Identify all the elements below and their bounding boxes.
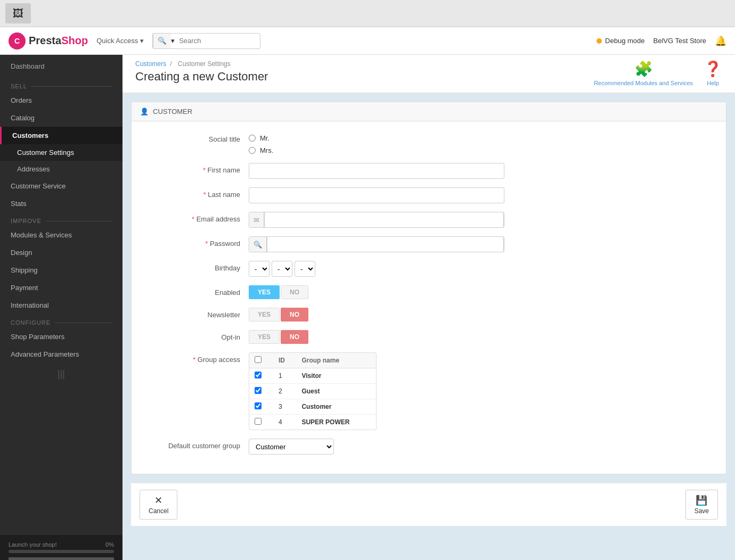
email-input-wrapper: ✉ — [249, 212, 504, 228]
help-button[interactable]: ❓ Help — [704, 60, 722, 86]
last-name-row: Last name — [153, 187, 705, 203]
header-actions: 🧩 Recommended Modules and Services ❓ Hel… — [594, 60, 722, 86]
cancel-x-icon: ✕ — [154, 495, 162, 506]
search-bar: 🔍 ▾ — [152, 33, 260, 49]
sidebar-item-catalog[interactable]: Catalog — [0, 109, 123, 127]
newsletter-yes-button[interactable]: YES — [249, 308, 280, 322]
optin-yes-button[interactable]: YES — [249, 330, 280, 344]
main-layout: Dashboard SELL Orders Catalog Customers … — [0, 55, 735, 560]
group-2-name: Guest — [296, 384, 376, 399]
email-input[interactable] — [264, 212, 504, 228]
app-icon: 🖼 — [5, 3, 31, 23]
first-name-control — [249, 163, 504, 179]
group-1-checkbox[interactable] — [255, 372, 262, 378]
sidebar-item-orders[interactable]: Orders — [0, 92, 123, 109]
quick-access-label: Quick Access — [96, 37, 138, 45]
cancel-button[interactable]: ✕ Cancel — [140, 490, 177, 520]
birthday-label: Birthday — [153, 261, 249, 272]
last-name-label: Last name — [153, 187, 249, 199]
group-access-table: ID Group name 1 Visitor — [249, 352, 377, 430]
enabled-no-button[interactable]: NO — [281, 285, 308, 299]
mr-option[interactable]: Mr. — [249, 134, 504, 142]
birthday-row: Birthday - - - — [153, 261, 705, 277]
table-row: 4 SUPER POWER — [249, 415, 376, 430]
first-name-row: First name — [153, 163, 705, 179]
mr-label: Mr. — [260, 134, 270, 142]
sidebar-subitem-addresses[interactable]: Addresses — [0, 161, 123, 177]
sidebar-item-dashboard[interactable]: Dashboard — [0, 55, 123, 78]
sidebar-item-stats[interactable]: Stats — [0, 195, 123, 212]
group-4-checkbox[interactable] — [255, 418, 262, 425]
default-group-row: Default customer group Customer Visitor … — [153, 439, 705, 455]
newsletter-no-button[interactable]: NO — [281, 308, 308, 322]
sidebar-item-customers[interactable]: Customers — [0, 127, 123, 144]
enabled-yes-button[interactable]: YES — [249, 285, 280, 299]
social-title-label: Social title — [153, 132, 249, 143]
person-icon: 👤 — [140, 108, 149, 116]
sidebar-bottom: Launch your shop! 0% RESUME Stop the OnB… — [0, 535, 123, 560]
group-2-checkbox[interactable] — [255, 387, 262, 394]
mrs-option[interactable]: Mrs. — [249, 146, 504, 154]
sidebar-bars-icon: ||| — [0, 363, 123, 385]
sidebar-section-configure: CONFIGURE — [0, 314, 123, 328]
default-group-control: Customer Visitor Guest SUPER POWER — [249, 439, 504, 455]
recommended-modules-button[interactable]: 🧩 Recommended Modules and Services — [594, 60, 693, 86]
group-1-name: Visitor — [296, 368, 376, 384]
birthday-day-select[interactable]: - — [249, 261, 270, 277]
mrs-radio[interactable] — [249, 147, 256, 154]
last-name-input[interactable] — [249, 187, 504, 203]
sidebar-item-payment[interactable]: Payment — [0, 279, 123, 297]
sidebar-item-international[interactable]: International — [0, 297, 123, 314]
table-row: 2 Guest — [249, 384, 376, 399]
notifications-bell-icon[interactable]: 🔔 — [715, 35, 726, 47]
optin-toggle-group: YES NO — [249, 330, 504, 344]
password-input-wrapper: 🔍 — [249, 236, 504, 252]
group-checkbox-header — [249, 353, 273, 368]
resume-button[interactable]: RESUME — [9, 557, 114, 560]
optin-no-button[interactable]: NO — [281, 330, 308, 344]
sidebar-section-improve: IMPROVE — [0, 212, 123, 226]
sidebar-item-shipping[interactable]: Shipping — [0, 261, 123, 279]
default-group-select[interactable]: Customer Visitor Guest SUPER POWER — [249, 439, 334, 455]
cancel-label: Cancel — [149, 507, 168, 515]
mr-radio[interactable] — [249, 135, 256, 142]
password-row: Password 🔍 — [153, 236, 705, 252]
first-name-input[interactable] — [249, 163, 504, 179]
sidebar: Dashboard SELL Orders Catalog Customers … — [0, 55, 123, 560]
logo-shop: Shop — [61, 35, 88, 46]
breadcrumb-separator: / — [170, 60, 172, 68]
enabled-control: YES NO — [249, 285, 504, 299]
search-input[interactable] — [175, 37, 260, 45]
search-icon-button[interactable]: 🔍 — [153, 33, 171, 49]
last-name-control — [249, 187, 504, 203]
launch-progress-label: Launch your shop! 0% — [9, 541, 114, 548]
birthday-year-select[interactable]: - — [295, 261, 315, 277]
sidebar-item-customer-service[interactable]: Customer Service — [0, 177, 123, 195]
group-3-id: 3 — [273, 399, 297, 415]
password-input[interactable] — [267, 236, 504, 252]
save-button[interactable]: 💾 Save — [685, 490, 718, 520]
optin-row: Opt-in YES NO — [153, 330, 705, 344]
social-title-radio-group: Mr. Mrs. — [249, 132, 504, 154]
launch-label: Launch your shop! — [9, 541, 57, 548]
logo-icon: C — [9, 32, 26, 50]
group-3-checkbox[interactable] — [255, 402, 262, 409]
group-access-row: Group access ID Group name — [153, 352, 705, 430]
sidebar-item-shop-parameters[interactable]: Shop Parameters — [0, 328, 123, 345]
birthday-month-select[interactable]: - — [272, 261, 292, 277]
group-select-all-checkbox[interactable] — [255, 356, 262, 363]
table-row: 1 Visitor — [249, 368, 376, 384]
birthday-control: - - - — [249, 261, 504, 277]
optin-label: Opt-in — [153, 330, 249, 341]
breadcrumb-customers-link[interactable]: Customers — [135, 60, 166, 68]
sidebar-item-advanced-parameters[interactable]: Advanced Parameters — [0, 345, 123, 363]
newsletter-row: Newsletter YES NO — [153, 308, 705, 322]
sidebar-section-sell: SELL — [0, 78, 123, 92]
section-title: CUSTOMER — [153, 108, 192, 116]
sidebar-item-design[interactable]: Design — [0, 244, 123, 261]
group-2-id: 2 — [273, 384, 297, 399]
quick-access-button[interactable]: Quick Access ▾ — [96, 37, 144, 45]
sidebar-subitem-customer-settings[interactable]: Customer Settings — [0, 144, 123, 161]
sidebar-item-modules-services[interactable]: Modules & Services — [0, 226, 123, 244]
group-access-label: Group access — [153, 352, 249, 364]
